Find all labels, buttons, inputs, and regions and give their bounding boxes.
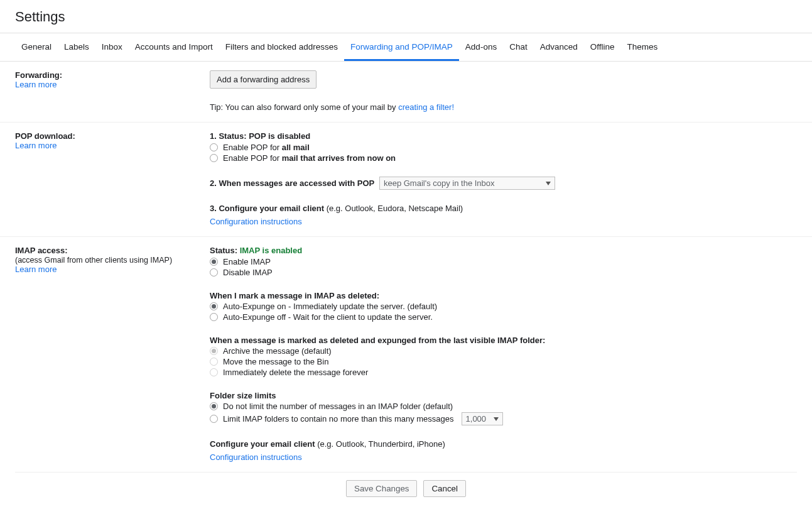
expunge-archive-label: Archive the message (default): [223, 346, 332, 356]
pop-label: POP download:: [15, 131, 75, 141]
imap-config-instructions-link[interactable]: Configuration instructions: [210, 452, 302, 462]
section-imap: IMAP access: (access Gmail from other cl…: [0, 237, 812, 472]
expunge-delete-label: Immediately delete the message forever: [223, 368, 368, 377]
pop-learn-more-link[interactable]: Learn more: [15, 141, 57, 150]
settings-tabs: General Labels Inbox Accounts and Import…: [0, 33, 812, 62]
pop-configure-suffix: (e.g. Outlook, Eudora, Netscape Mail): [327, 204, 463, 213]
imap-configure-bold: Configure your email client: [210, 439, 317, 449]
auto-expunge-on-radio[interactable]: [210, 302, 218, 310]
imap-subnote: (access Gmail from other clients using I…: [15, 256, 172, 265]
imap-disable-radio[interactable]: [210, 268, 218, 276]
page-title: Settings: [0, 0, 812, 33]
tab-accounts[interactable]: Accounts and Import: [129, 33, 219, 61]
imap-disable-label: Disable IMAP: [223, 268, 273, 277]
footer-buttons: Save Changes Cancel: [15, 472, 797, 509]
pop-status-value: POP is disabled: [249, 131, 310, 141]
pop-from-now-label: Enable POP for mail that arrives from no…: [223, 153, 396, 163]
pop-when-accessed-label: 2. When messages are accessed with POP: [210, 178, 374, 188]
tab-chat[interactable]: Chat: [503, 33, 534, 61]
imap-configure-suffix: (e.g. Outlook, Thunderbird, iPhone): [317, 439, 445, 449]
tab-filters[interactable]: Filters and blocked addresses: [219, 33, 344, 61]
section-forwarding: Forwarding: Learn more Add a forwarding …: [0, 62, 812, 123]
auto-expunge-on-label: Auto-Expunge on - Immediately update the…: [223, 302, 437, 311]
forwarding-label: Forwarding:: [15, 70, 62, 80]
tab-labels[interactable]: Labels: [58, 33, 95, 61]
save-changes-button[interactable]: Save Changes: [346, 480, 417, 497]
expunge-archive-radio: [210, 347, 218, 355]
tab-themes[interactable]: Themes: [621, 33, 664, 61]
imap-enable-radio[interactable]: [210, 258, 218, 266]
auto-expunge-off-label: Auto-Expunge off - Wait for the client t…: [223, 312, 433, 322]
tab-advanced[interactable]: Advanced: [534, 33, 584, 61]
pop-from-now-radio[interactable]: [210, 154, 218, 162]
auto-expunge-off-radio[interactable]: [210, 313, 218, 321]
imap-status-value: IMAP is enabled: [240, 246, 302, 255]
forwarding-learn-more-link[interactable]: Learn more: [15, 80, 57, 89]
folder-limits-header: Folder size limits: [210, 391, 797, 400]
pop-configure-bold: 3. Configure your email client: [210, 204, 327, 213]
folder-limit-radio[interactable]: [210, 415, 218, 423]
expunge-bin-radio: [210, 358, 218, 366]
tab-offline[interactable]: Offline: [584, 33, 621, 61]
folder-limit-select[interactable]: 1,000: [462, 412, 503, 425]
folder-no-limit-label: Do not limit the number of messages in a…: [223, 402, 453, 411]
folder-no-limit-radio[interactable]: [210, 402, 218, 410]
tab-general[interactable]: General: [15, 33, 58, 61]
tab-forwarding[interactable]: Forwarding and POP/IMAP: [344, 33, 459, 61]
pop-action-select[interactable]: keep Gmail's copy in the Inbox: [379, 177, 555, 190]
add-forwarding-address-button[interactable]: Add a forwarding address: [210, 70, 317, 89]
tab-inbox[interactable]: Inbox: [95, 33, 129, 61]
forwarding-tip: Tip: You can also forward only some of y…: [210, 102, 797, 112]
pop-status-prefix: 1. Status:: [210, 131, 249, 141]
tab-addons[interactable]: Add-ons: [459, 33, 503, 61]
imap-status-prefix: Status:: [210, 246, 240, 255]
imap-delete-header: When I mark a message in IMAP as deleted…: [210, 291, 797, 300]
imap-learn-more-link[interactable]: Learn more: [15, 265, 57, 274]
imap-label: IMAP access:: [15, 246, 68, 255]
folder-limit-label: Limit IMAP folders to contain no more th…: [223, 414, 454, 424]
cancel-button[interactable]: Cancel: [423, 480, 466, 497]
imap-enable-label: Enable IMAP: [223, 257, 271, 266]
forwarding-tip-text: Tip: You can also forward only some of y…: [210, 102, 398, 112]
expunge-bin-label: Move the message to the Bin: [223, 357, 328, 366]
imap-expunge-header: When a message is marked as deleted and …: [210, 336, 797, 345]
expunge-delete-radio: [210, 368, 218, 376]
section-pop: POP download: Learn more 1. Status: POP …: [0, 123, 812, 237]
create-filter-link[interactable]: creating a filter!: [398, 102, 454, 112]
pop-all-mail-radio[interactable]: [210, 143, 218, 151]
pop-all-mail-label: Enable POP for all mail: [223, 143, 310, 152]
pop-config-instructions-link[interactable]: Configuration instructions: [210, 217, 302, 226]
